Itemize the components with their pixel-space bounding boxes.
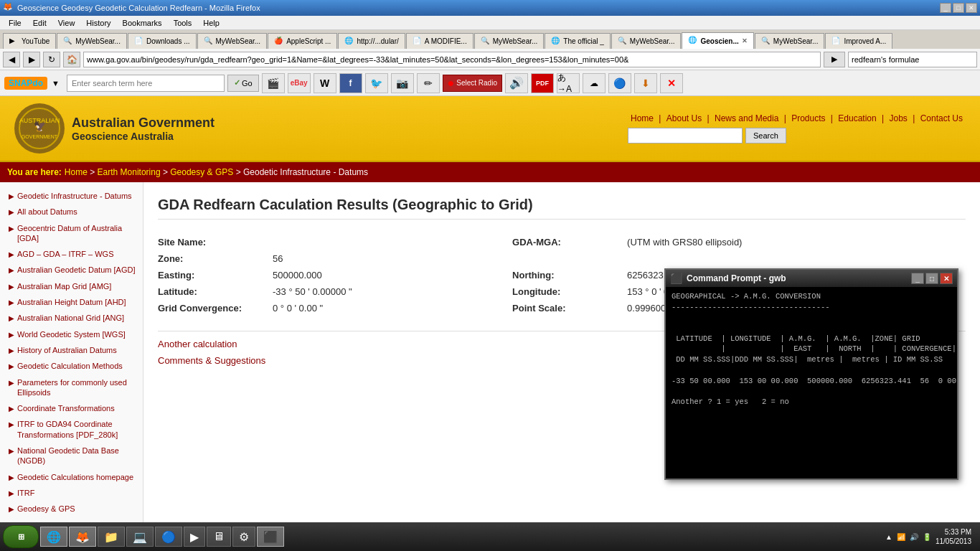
tab-5[interactable]: 🌐 http://...dular/: [338, 33, 405, 49]
back-button[interactable]: ◀: [3, 52, 20, 67]
cmd-minimize-button[interactable]: _: [911, 273, 924, 284]
tab-6[interactable]: 📄 A MODIFIE...: [406, 33, 473, 49]
menu-tools[interactable]: Tools: [168, 17, 198, 29]
taskbar-cmd[interactable]: ⬛: [257, 527, 284, 547]
cmd-close-button[interactable]: ✕: [940, 273, 953, 284]
snap-dropdown-icon[interactable]: ▼: [52, 79, 60, 88]
url-input[interactable]: [83, 52, 821, 67]
tab-12[interactable]: 📄 Improved A...: [825, 33, 892, 49]
taskbar-firefox[interactable]: 🦊: [69, 527, 96, 547]
tab-1[interactable]: 🔍 MyWebSear...: [57, 33, 127, 49]
nav-news[interactable]: News and Media: [715, 113, 778, 123]
sidebar-item-gda[interactable]: ▶ Geocentric Datum of Australia [GDA]: [0, 220, 143, 247]
taskbar-folder[interactable]: 📁: [98, 527, 125, 547]
wikipedia-button[interactable]: W: [314, 73, 336, 93]
volume-icon[interactable]: 🔊: [505, 73, 528, 93]
sidebar-item-amg[interactable]: ▶ Australian Map Grid [AMG]: [0, 278, 143, 294]
nav-jobs[interactable]: Jobs: [889, 113, 907, 123]
menu-history[interactable]: History: [80, 17, 116, 29]
nav-education[interactable]: Education: [838, 113, 876, 123]
tab-3[interactable]: 🔍 MyWebSear...: [197, 33, 268, 49]
cmd-window-controls[interactable]: _ □ ✕: [911, 273, 953, 284]
tool1-button[interactable]: 📷: [391, 73, 414, 93]
tray-show-hidden-icon[interactable]: ▲: [885, 533, 892, 541]
weather-button[interactable]: ☁: [583, 73, 606, 93]
tab-9[interactable]: 🔍 MyWebSear...: [611, 33, 682, 49]
close-button[interactable]: ✕: [966, 3, 977, 13]
sidebar-item-calc-homepage[interactable]: ▶ Geodetic Calculations homepage: [0, 469, 143, 485]
radio-icon: ●: [448, 77, 455, 90]
forward-button[interactable]: ▶: [23, 52, 40, 67]
select-radio-button[interactable]: ● Select Radio: [443, 75, 502, 92]
translate-button[interactable]: あ→A: [557, 73, 580, 93]
menu-bookmarks[interactable]: Bookmarks: [117, 17, 168, 29]
cmd-title-text: Command Prompt - gwb: [687, 273, 911, 283]
refresh-button[interactable]: ↻: [43, 52, 60, 67]
maximize-button[interactable]: □: [953, 3, 964, 13]
nav-products[interactable]: Products: [791, 113, 825, 123]
sidebar-item-calc-methods[interactable]: ▶ Geodetic Calculation Methods: [0, 358, 143, 374]
menu-file[interactable]: File: [3, 17, 27, 29]
menu-view[interactable]: View: [52, 17, 81, 29]
taskbar-settings[interactable]: ⚙: [232, 527, 255, 547]
tab-4[interactable]: 🍎 AppleScript ...: [268, 33, 337, 49]
sidebar-item-itrf[interactable]: ▶ ITRF: [0, 485, 143, 501]
taskbar-globe[interactable]: 🔵: [155, 527, 182, 547]
taskbar-media[interactable]: ▶: [184, 527, 205, 547]
tool2-button[interactable]: ✏: [417, 73, 440, 93]
taskbar-ie-icon[interactable]: 🌐: [40, 527, 67, 547]
nav-contact[interactable]: Contact Us: [920, 113, 963, 123]
sidebar-item-wgs[interactable]: ▶ World Geodetic System [WGS]: [0, 326, 143, 342]
go-button[interactable]: ▶: [824, 52, 845, 67]
tab-8[interactable]: 🌐 The official _: [545, 33, 611, 49]
cmd-line-4: LATITUDE | LONGITUDE | A.M.G. | A.M.G. |…: [672, 334, 951, 344]
screen-capture-button[interactable]: 🎬: [262, 73, 285, 93]
twitter-button[interactable]: 🐦: [365, 73, 388, 93]
tab-7[interactable]: 🔍 MyWebSear...: [474, 33, 545, 49]
tab-2[interactable]: 📄 Downloads ...: [128, 33, 197, 49]
menu-edit[interactable]: Edit: [27, 17, 52, 29]
sidebar-item-ngdb[interactable]: ▶ National Geodetic Data Base (NGDB): [0, 443, 143, 469]
tab-close-10[interactable]: ✕: [742, 37, 748, 44]
sidebar-item-geodesy-gps[interactable]: ▶ Geodesy & GPS: [0, 501, 143, 517]
taskbar-computer[interactable]: 💻: [126, 527, 154, 547]
breadcrumb-home[interactable]: Home: [65, 167, 88, 177]
breadcrumb-geodesy-gps[interactable]: Geodesy & GPS: [170, 167, 233, 177]
sidebar-item-history[interactable]: ▶ History of Australian Datums: [0, 342, 143, 358]
facebook-button[interactable]: f: [339, 73, 362, 93]
sidebar-item-itrf-gda94[interactable]: ▶ ITRF to GDA94 Coordinate Transformatio…: [0, 416, 143, 443]
minimize-button[interactable]: _: [940, 3, 951, 13]
sidebar-item-parameters[interactable]: ▶ Parameters for commonly used Ellipsoid…: [0, 375, 143, 401]
close-toolbar-button[interactable]: ✕: [660, 73, 683, 93]
sidebar-item-geodetic-infrastructure[interactable]: ▶ Geodetic Infrastructure - Datums: [0, 188, 143, 204]
start-button[interactable]: ⊞: [3, 525, 39, 548]
sidebar-item-all-about-datums[interactable]: ▶ All about Datums: [0, 204, 143, 220]
go-toolbar-button[interactable]: ✓ Go: [227, 75, 259, 92]
nav-home[interactable]: Home: [631, 113, 654, 123]
nav-about[interactable]: About Us: [666, 113, 702, 123]
tab-11[interactable]: 🔍 MyWebSear...: [755, 33, 825, 49]
sidebar-item-ang[interactable]: ▶ Australian National Grid [ANG]: [0, 310, 143, 326]
gov-search-button[interactable]: Search: [745, 128, 786, 143]
sidebar-item-agd[interactable]: ▶ Australian Geodetic Datum [AGD]: [0, 262, 143, 278]
pdf-button[interactable]: PDF: [531, 73, 554, 93]
tab-0[interactable]: ▶ YouTube: [3, 33, 56, 49]
tool3-button[interactable]: 🔵: [608, 73, 631, 93]
taskbar-screen[interactable]: 🖥: [207, 527, 231, 547]
snap-search-input[interactable]: [67, 75, 225, 92]
home-button[interactable]: 🏠: [63, 52, 80, 67]
breadcrumb-earth-monitoring[interactable]: Earth Monitoring: [98, 167, 161, 177]
window-controls[interactable]: _ □ ✕: [940, 3, 977, 13]
cmd-maximize-button[interactable]: □: [925, 273, 938, 284]
ebay-button[interactable]: eBay: [288, 73, 311, 93]
tab-favicon-8: 🌐: [551, 37, 561, 47]
sidebar-item-agd-gda[interactable]: ▶ AGD – GDA – ITRF – WGS: [0, 246, 143, 262]
menu-help[interactable]: Help: [197, 17, 225, 29]
globe-icon: 🔵: [161, 530, 176, 544]
gov-search-input[interactable]: [628, 128, 743, 143]
sidebar-item-coord-transforms[interactable]: ▶ Coordinate Transformations: [0, 400, 143, 416]
tab-10-active[interactable]: 🌐 Geoscien... ✕: [682, 32, 753, 49]
download-button[interactable]: ⬇: [634, 73, 657, 93]
address-search-input[interactable]: [848, 52, 977, 67]
sidebar-item-ahd[interactable]: ▶ Australian Height Datum [AHD]: [0, 294, 143, 310]
